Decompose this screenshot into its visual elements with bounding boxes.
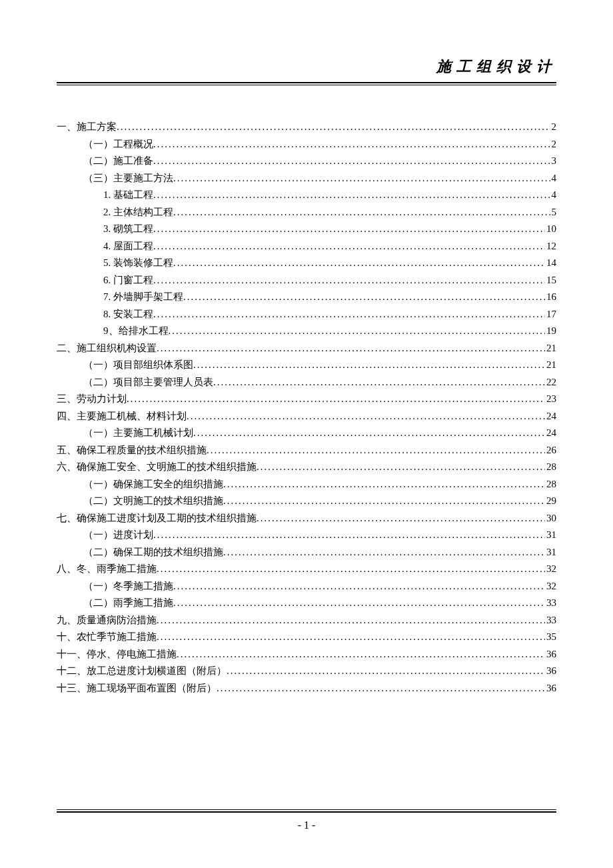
- toc-entry-page: 23: [545, 391, 556, 408]
- toc-entry-page: 2: [550, 119, 557, 136]
- toc-entry-leader-dots: [157, 629, 545, 646]
- toc-entry[interactable]: （一）主要施工机械计划24: [57, 425, 556, 442]
- toc-entry-leader-dots: [153, 272, 545, 289]
- toc-entry-page: 28: [545, 459, 556, 476]
- toc-entry-leader-dots: [207, 442, 545, 459]
- toc-entry[interactable]: （一）进度计划31: [57, 527, 556, 544]
- toc-entry-page: 24: [545, 408, 556, 425]
- toc-entry-leader-dots: [187, 408, 545, 425]
- toc-entry[interactable]: 五、确保工程质量的技术组织措施26: [57, 442, 556, 459]
- toc-entry[interactable]: 四、主要施工机械、材料计划24: [57, 408, 556, 425]
- toc-entry[interactable]: 二、施工组织机构设置21: [57, 340, 556, 357]
- toc-entry[interactable]: 3. 砌筑工程10: [57, 221, 556, 238]
- toc-entry[interactable]: 三、劳动力计划23: [57, 391, 556, 408]
- toc-entry-label: （一）冬季施工措施: [83, 578, 173, 595]
- toc-entry-leader-dots: [153, 221, 545, 238]
- toc-entry-leader-dots: [193, 357, 545, 374]
- toc-entry-page: 3: [550, 153, 557, 170]
- toc-entry-page: 28: [545, 476, 556, 493]
- toc-entry[interactable]: （一）项目部组织体系图21: [57, 357, 556, 374]
- toc-entry-page: 36: [545, 646, 556, 663]
- toc-entry-page: 31: [545, 527, 556, 544]
- toc-entry[interactable]: （一）冬季施工措施32: [57, 578, 556, 595]
- toc-entry[interactable]: 十、农忙季节施工措施35: [57, 629, 556, 646]
- toc-entry-leader-dots: [257, 510, 545, 527]
- toc-entry-leader-dots: [153, 527, 545, 544]
- toc-entry-label: （二）施工准备: [83, 153, 153, 170]
- toc-entry[interactable]: 六、确保施工安全、文明施工的技术组织措施28: [57, 459, 556, 476]
- toc-entry-page: 26: [545, 442, 556, 459]
- toc-entry[interactable]: 十一、停水、停电施工措施36: [57, 646, 556, 663]
- toc-entry-leader-dots: [153, 153, 550, 170]
- toc-entry[interactable]: 十三、施工现场平面布置图（附后）36: [57, 680, 556, 697]
- toc-entry-label: （一）工程概况: [83, 136, 153, 153]
- toc-entry-leader-dots: [193, 425, 545, 442]
- toc-entry-label: （三）主要施工方法: [83, 170, 173, 187]
- toc-entry[interactable]: 9、给排水工程19: [57, 323, 556, 340]
- toc-entry-leader-dots: [173, 204, 550, 221]
- toc-entry[interactable]: （二）施工准备3: [57, 153, 556, 170]
- toc-entry-label: 八、冬、雨季施工措施: [57, 561, 157, 578]
- toc-entry-page: 19: [545, 323, 556, 340]
- toc-entry[interactable]: 7. 外墙脚手架工程16: [57, 289, 556, 306]
- toc-entry-page: 22: [545, 374, 556, 391]
- toc-entry[interactable]: （二）雨季施工措施33: [57, 595, 556, 612]
- toc-entry[interactable]: 4. 屋面工程12: [57, 238, 556, 255]
- toc-entry-label: 九、质量通病防治措施: [57, 612, 157, 629]
- toc-entry[interactable]: （二）项目部主要管理人员表22: [57, 374, 556, 391]
- table-of-contents: 一、施工方案2（一）工程概况2（二）施工准备3（三）主要施工方法41. 基础工程…: [57, 119, 556, 697]
- toc-entry[interactable]: 5. 装饰装修工程14: [57, 255, 556, 272]
- toc-entry-page: 29: [545, 493, 556, 510]
- toc-entry[interactable]: 6. 门窗工程15: [57, 272, 556, 289]
- toc-entry-label: 七、确保施工进度计划及工期的技术组织措施: [57, 510, 257, 527]
- toc-entry-page: 36: [545, 680, 556, 697]
- toc-entry-label: 三、劳动力计划: [57, 391, 127, 408]
- toc-entry[interactable]: 九、质量通病防治措施33: [57, 612, 556, 629]
- toc-entry-page: 24: [545, 425, 556, 442]
- toc-entry[interactable]: （一）确保施工安全的组织措施28: [57, 476, 556, 493]
- toc-entry-leader-dots: [157, 340, 545, 357]
- toc-entry[interactable]: 8. 安装工程17: [57, 306, 556, 323]
- toc-entry-leader-dots: [173, 255, 545, 272]
- toc-entry-label: （二）雨季施工措施: [83, 595, 173, 612]
- toc-entry[interactable]: 2. 主体结构工程5: [57, 204, 556, 221]
- toc-entry[interactable]: 十二、放工总进度计划横道图（附后）36: [57, 663, 556, 680]
- toc-entry-leader-dots: [153, 187, 550, 204]
- toc-entry-label: 五、确保工程质量的技术组织措施: [57, 442, 207, 459]
- toc-entry-label: 六、确保施工安全、文明施工的技术组织措施: [57, 459, 257, 476]
- toc-entry-page: 33: [545, 595, 556, 612]
- page-number: - 1 -: [57, 819, 556, 831]
- toc-entry-page: 36: [545, 663, 556, 680]
- toc-entry-label: 3. 砌筑工程: [103, 221, 153, 238]
- footer-line-bottom: [57, 811, 556, 813]
- toc-entry[interactable]: （三）主要施工方法4: [57, 170, 556, 187]
- toc-entry-leader-dots: [117, 119, 550, 136]
- toc-entry-label: 十三、施工现场平面布置图（附后）: [57, 680, 217, 697]
- toc-entry-leader-dots: [173, 595, 545, 612]
- toc-entry[interactable]: 八、冬、雨季施工措施32: [57, 561, 556, 578]
- toc-entry-label: （二）项目部主要管理人员表: [83, 374, 213, 391]
- toc-entry-label: 9、给排水工程: [103, 323, 169, 340]
- toc-entry[interactable]: 七、确保施工进度计划及工期的技术组织措施30: [57, 510, 556, 527]
- toc-entry-leader-dots: [169, 323, 546, 340]
- toc-entry[interactable]: （二）确保工期的技术组织措施31: [57, 544, 556, 561]
- toc-entry-label: 十、农忙季节施工措施: [57, 629, 157, 646]
- toc-entry-label: 1. 基础工程: [103, 187, 153, 204]
- toc-entry-page: 30: [545, 510, 556, 527]
- toc-entry-leader-dots: [157, 612, 545, 629]
- toc-entry[interactable]: （二）文明施工的技术组织措施29: [57, 493, 556, 510]
- toc-entry-leader-dots: [213, 374, 545, 391]
- toc-entry-page: 32: [545, 561, 556, 578]
- toc-entry[interactable]: 1. 基础工程4: [57, 187, 556, 204]
- toc-entry-page: 2: [550, 136, 557, 153]
- toc-entry[interactable]: （一）工程概况2: [57, 136, 556, 153]
- toc-entry-label: （一）项目部组织体系图: [83, 357, 193, 374]
- toc-entry-page: 21: [545, 357, 556, 374]
- toc-entry[interactable]: 一、施工方案2: [57, 119, 556, 136]
- toc-entry-leader-dots: [127, 391, 545, 408]
- toc-entry-page: 15: [545, 272, 556, 289]
- toc-entry-label: 7. 外墙脚手架工程: [103, 289, 183, 306]
- toc-entry-leader-dots: [223, 493, 545, 510]
- toc-entry-leader-dots: [153, 238, 545, 255]
- toc-entry-label: 2. 主体结构工程: [103, 204, 173, 221]
